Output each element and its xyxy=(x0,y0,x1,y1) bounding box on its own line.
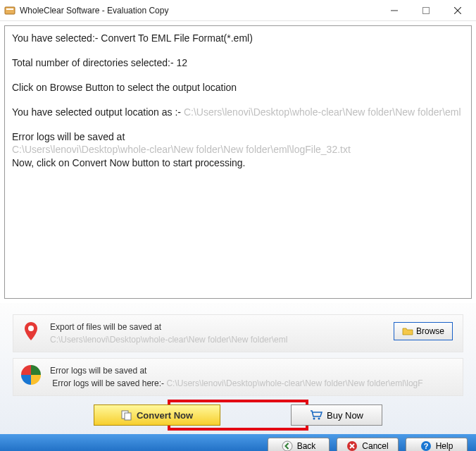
help-icon: ? xyxy=(420,440,432,451)
settings-panel: Export of files will be saved at C:\User… xyxy=(0,303,476,434)
svg-text:?: ? xyxy=(423,442,428,450)
log-line: You have selected output location as :- … xyxy=(12,106,464,119)
log-line: Now, click on Convert Now button to star… xyxy=(12,156,464,170)
help-button[interactable]: ? Help xyxy=(406,438,468,451)
svg-rect-0 xyxy=(5,7,15,14)
folder-icon xyxy=(402,326,413,336)
log-line-path: C:\Users\lenovi\Desktop\whole-clear\New … xyxy=(12,143,464,156)
window-controls xyxy=(378,1,473,20)
content-area: You have selected:- Convert To EML File … xyxy=(0,21,476,303)
action-row: Convert Now Buy Now xyxy=(13,402,463,431)
log-line: Error logs will be saved at xyxy=(12,130,464,144)
back-button[interactable]: Back xyxy=(268,438,330,451)
svg-rect-1 xyxy=(6,8,13,10)
close-button[interactable] xyxy=(441,1,473,20)
minimize-button[interactable] xyxy=(378,1,410,20)
cancel-button[interactable]: Cancel xyxy=(337,438,399,451)
back-arrow-icon xyxy=(282,440,293,451)
cancel-icon xyxy=(346,440,358,451)
svg-rect-8 xyxy=(125,413,131,420)
error-log-text: Error logs will be saved at Error logs w… xyxy=(50,364,456,390)
buy-now-button[interactable]: Buy Now xyxy=(291,404,382,426)
svg-rect-3 xyxy=(422,7,429,13)
log-line: Click on Browse Button to select the out… xyxy=(12,81,464,94)
cart-icon xyxy=(310,410,322,420)
log-line: You have selected:- Convert To EML File … xyxy=(12,32,464,45)
error-label: Error logs will be saved at xyxy=(50,364,456,377)
window-title: WholeClear Software - Evaluation Copy xyxy=(20,6,378,16)
error-path-line: Error logs will be saved here:- C:\Users… xyxy=(50,377,456,390)
location-pin-icon xyxy=(20,321,42,342)
convert-icon xyxy=(121,409,132,421)
app-icon xyxy=(4,5,15,16)
svg-point-11 xyxy=(282,441,292,451)
export-location-row: Export of files will be saved at C:\User… xyxy=(13,314,463,352)
pie-chart-icon xyxy=(20,364,42,385)
browse-button[interactable]: Browse xyxy=(394,322,453,340)
log-line: Total number of directories selected:- 1… xyxy=(12,56,464,70)
maximize-button[interactable] xyxy=(410,1,441,20)
svg-point-6 xyxy=(28,326,34,331)
error-log-row: Error logs will be saved at Error logs w… xyxy=(13,358,463,396)
titlebar: WholeClear Software - Evaluation Copy xyxy=(0,0,476,21)
svg-point-9 xyxy=(313,418,315,420)
log-box[interactable]: You have selected:- Convert To EML File … xyxy=(4,25,472,299)
svg-point-10 xyxy=(318,418,320,420)
bottom-nav-bar: Back Cancel ? Help xyxy=(0,434,476,451)
convert-now-button[interactable]: Convert Now xyxy=(94,404,220,426)
